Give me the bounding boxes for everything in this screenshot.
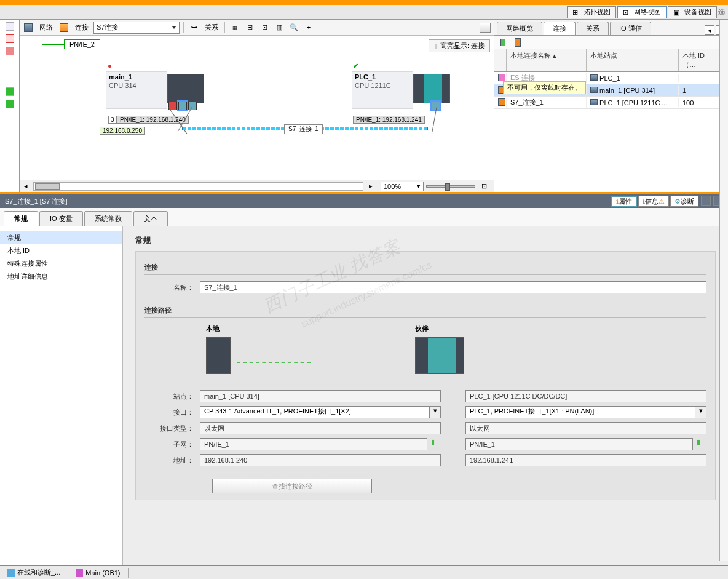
table-row[interactable]: S7_连接_1 PLC_1 [CPU 1211C ... 100	[494, 97, 728, 109]
iface-label: 接口：	[144, 408, 200, 417]
device-main1[interactable]: main_1 CPU 314	[106, 63, 204, 109]
subnet-label: 子网：	[144, 440, 200, 449]
col-name-header[interactable]: 本地连接名称 ▴	[507, 49, 587, 71]
ob-icon	[76, 569, 83, 577]
connection-name-label[interactable]: S7_连接_1	[284, 124, 323, 134]
device1-cpu: CPU 314	[106, 82, 167, 109]
scroll-left[interactable]: ◂	[20, 180, 32, 193]
bottom-bar: 在线和诊断_... Main (OB1)	[0, 565, 728, 579]
tab-io[interactable]: IO 通信	[610, 22, 651, 35]
partner-station	[465, 390, 706, 402]
gutter-icon-2[interactable]	[6, 34, 14, 43]
highlight-badge: 高亮显示: 连接	[429, 39, 490, 52]
conn-heading: 连接	[144, 263, 706, 275]
diag-icon	[7, 569, 15, 577]
minimize-icon[interactable]	[701, 196, 711, 206]
topology-icon: ⊞	[572, 9, 581, 16]
properties-tab[interactable]: ℹ 属性	[611, 196, 637, 207]
path-dash	[237, 362, 311, 363]
zoom-slider[interactable]	[426, 185, 475, 188]
topology-view-button[interactable]: ⊞拓扑视图	[567, 6, 616, 18]
name-label: 名称：	[144, 283, 200, 292]
network-label: 网络	[37, 23, 55, 32]
device-view-button[interactable]: ▣设备视图	[668, 6, 717, 18]
iftype-label: 接口类型：	[144, 424, 200, 433]
diag-tab[interactable]: ⚙ 诊断	[670, 196, 698, 207]
gutter-icon-5[interactable]	[6, 100, 14, 108]
tb-btn-1[interactable]: ▦	[229, 22, 241, 34]
subnet-mark-icon	[697, 438, 706, 448]
zoom-icon[interactable]: 🔍	[288, 22, 300, 34]
station-label: 站点：	[144, 392, 200, 401]
local-iftype	[200, 422, 441, 434]
network-view-button[interactable]: ⊡网络视图	[617, 6, 667, 18]
tab-nav-left[interactable]: ◂	[705, 25, 714, 35]
bottom-tab-main[interactable]: Main (OB1)	[68, 568, 128, 578]
port-number: 3	[108, 116, 117, 124]
ps-addr[interactable]: 地址详细信息	[0, 270, 122, 283]
partner-addr	[465, 454, 706, 466]
ptab-text[interactable]: 文本	[133, 211, 168, 226]
canvas-scrollbar[interactable]: ◂ ▸ 100%▾ ⊡	[20, 180, 494, 192]
network-toolbar: 网络 连接 S7连接 ⊶ 关系 ▦ ⊞ ⊡ ▥ 🔍 ±	[20, 20, 494, 36]
connection-btn[interactable]	[58, 22, 70, 34]
port-3[interactable]	[188, 102, 197, 110]
tb-btn-3[interactable]: ⊡	[258, 22, 271, 34]
device2-name: PLC_1	[352, 71, 413, 82]
partner-iface-select[interactable]: PLC_1, PROFINET接口_1[X1 : PN(LAN)]▾	[465, 406, 706, 418]
gutter-icon-4[interactable]	[6, 87, 14, 96]
gutter-icon-3[interactable]	[6, 47, 14, 55]
subnet-mark-icon	[431, 438, 441, 448]
tab-connections[interactable]: 连接	[544, 22, 576, 35]
network-icon: ⊡	[623, 9, 631, 16]
ps-general[interactable]: 常规	[0, 231, 122, 244]
extra-view[interactable]: 选	[717, 7, 726, 17]
bottom-tab-diag[interactable]: 在线和诊断_...	[0, 567, 68, 578]
local-head: 本地	[206, 324, 231, 333]
connection-table: 本地连接名称 ▴ 本地站点 本地 ID（… ES 连接 PLC_1 S7_连接_…	[494, 49, 728, 192]
toggle-panel-icon[interactable]	[479, 22, 491, 34]
fit-icon[interactable]: ⊡	[478, 180, 490, 193]
connection-name-input[interactable]	[200, 281, 706, 293]
left-gutter	[0, 20, 20, 192]
tb-btn-5[interactable]: ±	[303, 22, 315, 34]
ptab-io[interactable]: IO 变量	[39, 211, 83, 226]
info-tab[interactable]: ℹ 信息 ⚠	[638, 196, 669, 207]
tab-overview[interactable]: 网络概览	[497, 22, 542, 35]
rt-btn-2[interactable]	[512, 36, 524, 49]
property-sidebar: 常规 本地 ID 特殊连接属性 地址详细信息	[0, 226, 123, 579]
local-device-image	[206, 337, 231, 374]
far-right-strip	[719, 20, 728, 561]
ps-localid[interactable]: 本地 ID	[0, 244, 122, 257]
rt-btn-1[interactable]	[497, 36, 509, 49]
ptab-consts[interactable]: 系统常数	[84, 211, 132, 226]
relation-icon-btn[interactable]: ⊶	[188, 22, 200, 34]
tooltip: 不可用，仅离线时存在。	[503, 81, 586, 94]
col-id-header[interactable]: 本地 ID（…	[679, 49, 722, 71]
relation-label: 关系	[202, 23, 221, 32]
network-btn[interactable]	[22, 22, 34, 34]
device2-cpu: CPU 1211C	[352, 82, 413, 109]
tab-relations[interactable]: 关系	[577, 22, 609, 35]
path-heading: 连接路径	[144, 306, 706, 318]
partner-head: 伙伴	[415, 324, 464, 333]
col-station-header[interactable]: 本地站点	[587, 49, 679, 71]
device-status-warn-icon	[106, 63, 114, 71]
ip2-label: PN/IE_1: 192.168.1.241	[353, 116, 425, 124]
local-iface-select[interactable]: CP 343-1 Advanced-IT_1, PROFINET接口_1[X2]…	[200, 406, 441, 418]
network-canvas[interactable]: PN/IE_2 高亮显示: 连接 main_1 CPU 314 PLC_1 CP…	[20, 36, 494, 180]
addr-label: 地址：	[144, 456, 200, 465]
find-path-button[interactable]: 查找连接路径	[212, 479, 372, 493]
scroll-right[interactable]: ▸	[365, 180, 377, 193]
zoom-select[interactable]: 100%▾	[381, 182, 424, 191]
port-sel[interactable]	[178, 102, 187, 110]
device-icon: ▣	[673, 9, 682, 16]
tb-btn-4[interactable]: ▥	[273, 22, 285, 34]
device-plc1[interactable]: PLC_1 CPU 1211C	[352, 63, 450, 109]
connection-type-select[interactable]: S7连接	[93, 22, 180, 34]
pnie-tag[interactable]: PN/IE_2	[64, 39, 100, 49]
gutter-icon-1[interactable]	[6, 22, 14, 31]
tb-btn-2[interactable]: ⊞	[243, 22, 256, 34]
ps-special[interactable]: 特殊连接属性	[0, 257, 122, 270]
ptab-general[interactable]: 常规	[4, 211, 38, 226]
